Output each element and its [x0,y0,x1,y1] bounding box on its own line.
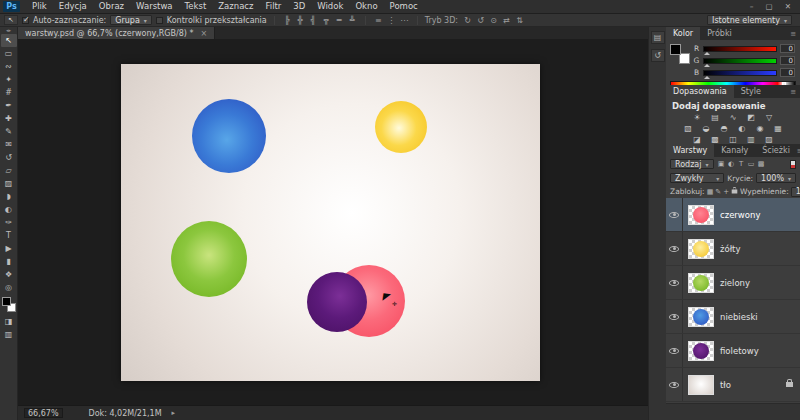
color-lookup-icon[interactable]: ▦ [770,124,786,134]
color-balance-icon[interactable]: ◒ [698,124,714,134]
blur-tool[interactable]: ◗ [1,190,17,203]
exposure-icon[interactable]: ◩ [743,113,759,123]
opacity-dropdown[interactable]: 100% ▾ [756,173,796,183]
distribute-h-icon[interactable]: ≡ [373,16,384,25]
layer-filter-dropdown[interactable]: Rodzaj ▾ [670,159,714,169]
brush-tool[interactable]: ✎ [1,125,17,138]
channel-mixer-icon[interactable]: ◉ [752,124,768,134]
clone-stamp-tool[interactable]: ✉ [1,138,17,151]
tab-dopasowania[interactable]: Dopasowania [666,85,734,98]
filter-smart-objects-icon[interactable]: ▩ [757,160,766,168]
history-brush-tool[interactable]: ↺ [1,151,17,164]
layer-row[interactable]: fioletowy [666,334,800,368]
panel-menu-icon[interactable]: ≡ [790,27,800,40]
green-circle[interactable] [171,221,247,297]
menu-item-8[interactable]: Widok [311,0,349,13]
gradient-tool[interactable]: ▨ [1,177,17,190]
layer-visibility-toggle[interactable] [666,300,683,333]
layer-thumbnail[interactable] [688,375,714,395]
layer-row[interactable]: czerwony [666,198,800,232]
lock-position-icon[interactable]: + [723,188,729,196]
layer-filter-toggle[interactable] [790,160,796,169]
menu-item-7[interactable]: 3D [287,0,311,13]
align-right-icon[interactable]: ╣ [308,16,319,25]
close-icon[interactable]: ✕ [785,2,791,11]
distribute-v-icon[interactable]: ⋮ [386,16,397,25]
layer-visibility-toggle[interactable] [666,232,683,265]
layer-row[interactable]: niebieski [666,300,800,334]
align-bottom-icon[interactable]: ╩ [347,16,358,25]
auto-align-icon[interactable]: ⋯ [399,16,410,25]
filter-adjustment-layers-icon[interactable]: ◐ [727,160,736,168]
layer-thumbnail[interactable] [688,273,714,293]
eraser-tool[interactable]: ▱ [1,164,17,177]
tab-kolor[interactable]: Kolor [666,27,700,40]
zoom-tool[interactable]: ◎ [1,281,17,294]
restore-icon[interactable]: ▢ [766,2,773,11]
blue-circle[interactable] [192,99,266,173]
vibrance-icon[interactable]: ▽ [761,113,777,123]
auto-select-checkbox[interactable] [22,17,29,24]
menu-item-6[interactable]: Filtr [260,0,288,13]
3d-slide-icon[interactable]: ⇄ [501,16,512,25]
pen-tool[interactable]: ✑ [1,216,17,229]
tab-kanaly[interactable]: Kanały [714,144,755,157]
auto-select-dropdown[interactable]: Grupa ▾ [110,15,152,25]
curves-icon[interactable]: ∿ [725,113,741,123]
screen-mode-icon[interactable]: ▥ [1,328,17,341]
layer-row[interactable]: tło [666,368,800,402]
shape-tool[interactable]: ▮ [1,255,17,268]
lock-paint-icon[interactable]: ✎ [715,188,721,196]
document-canvas[interactable]: ◤ ✛ [121,64,540,381]
path-selection-tool[interactable]: ▶ [1,242,17,255]
hue-saturation-icon[interactable]: ▧ [680,124,696,134]
layer-visibility-toggle[interactable] [666,266,683,299]
foreground-color-swatch[interactable] [2,297,11,306]
channel-value[interactable]: 0 [780,44,795,53]
photo-filter-icon[interactable]: ◐ [734,124,750,134]
3d-roll-icon[interactable]: ↺ [475,16,486,25]
tab-close-icon[interactable]: × [201,29,208,38]
hand-tool[interactable]: ❖ [1,268,17,281]
layer-visibility-toggle[interactable] [666,334,683,367]
slider-track[interactable] [703,46,777,52]
align-center-h-icon[interactable]: ╬ [295,16,306,25]
levels-icon[interactable]: ▤ [707,113,723,123]
zoom-level-field[interactable]: 66,67% [24,408,63,418]
type-tool[interactable]: T [1,229,17,242]
brightness-contrast-icon[interactable]: ☀ [689,113,705,123]
menu-item-5[interactable]: Zaznacz [212,0,259,13]
quick-mask-icon[interactable]: ◨ [1,315,17,328]
document-tab[interactable]: warstwy.psd @ 66,7% (czerwony,RGB/8) * × [18,27,215,39]
tab-sciezki[interactable]: Ścieżki [755,144,797,157]
filter-type-layers-icon[interactable]: T [737,160,746,168]
3d-drag-icon[interactable]: ⊙ [488,16,499,25]
tab-warstwy[interactable]: Warstwy [666,144,714,157]
tab-style[interactable]: Style [734,85,768,98]
current-tool-icon[interactable]: ↖ [4,15,18,25]
layer-row[interactable]: zielony [666,266,800,300]
menu-item-3[interactable]: Warstwa [130,0,179,13]
black-white-icon[interactable]: ◓ [716,124,732,134]
panel-menu-icon[interactable]: ≡ [790,85,800,98]
dodge-tool[interactable]: ◐ [1,203,17,216]
3d-scale-icon[interactable]: ⇅ [514,16,525,25]
yellow-circle[interactable] [375,101,427,153]
layer-thumbnail[interactable] [688,239,714,259]
tab-probki[interactable]: Próbki [700,27,739,40]
slider-track[interactable] [703,70,777,76]
lasso-tool[interactable]: ∾ [1,60,17,73]
filter-pixel-layers-icon[interactable]: ▣ [717,160,726,168]
quick-selection-tool[interactable]: ✦ [1,73,17,86]
layer-row[interactable]: żółty [666,232,800,266]
healing-brush-tool[interactable]: ✚ [1,112,17,125]
foreground-color-swatch[interactable] [670,44,681,55]
menu-item-9[interactable]: Okno [349,0,383,13]
transform-controls-checkbox[interactable] [156,17,163,24]
3d-rotate-icon[interactable]: ↻ [462,16,473,25]
marquee-tool[interactable]: ▭ [1,47,17,60]
align-left-icon[interactable]: ╠ [282,16,293,25]
layer-thumbnail[interactable] [688,205,714,225]
lock-all-icon[interactable] [732,190,738,194]
status-flyout-icon[interactable]: ▸ [172,409,176,417]
